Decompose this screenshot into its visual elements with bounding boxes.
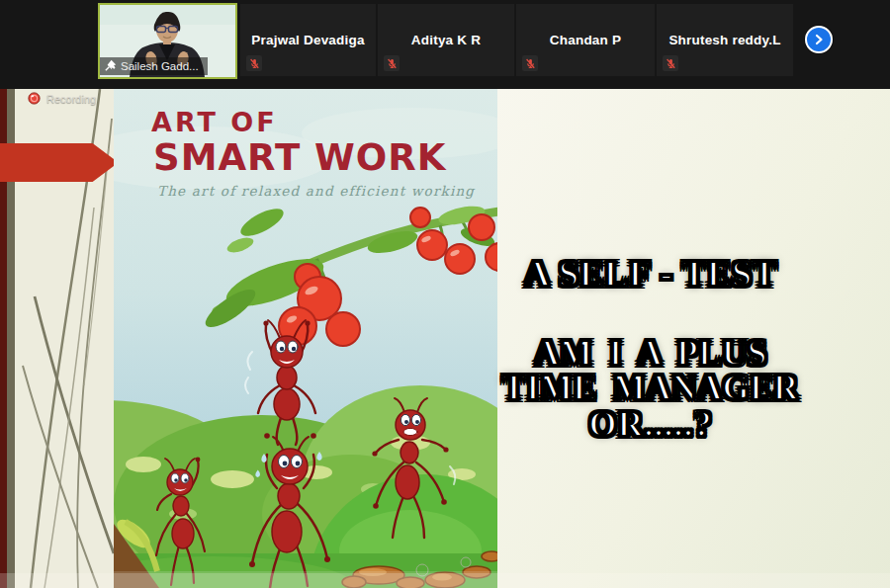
self-test-title: A SELF - TEST [502, 253, 799, 294]
self-test-line2: AM I A PLUS [502, 336, 799, 371]
poster-title-line2: SMART WORK [153, 136, 446, 179]
mic-off-icon [248, 57, 261, 70]
mic-off-chip [663, 55, 678, 71]
participant-tile-chandan-p[interactable]: Chandan P [516, 4, 655, 76]
shared-screen: ART OF SMART WORK The art of relaxed and… [0, 89, 890, 588]
mic-off-chip [246, 55, 262, 71]
poster-subtitle: The art of relaxed and efficient working [157, 183, 475, 199]
recording-dot-icon [28, 92, 41, 105]
bottom-fade-overlay [0, 573, 890, 588]
mic-off-chip [384, 55, 400, 71]
recording-indicator: Recording [28, 92, 96, 105]
chevron-right-icon [813, 34, 825, 45]
participant-name-label: Sailesh Gadd... [100, 57, 208, 75]
mic-off-chip [522, 55, 538, 71]
participant-tile-aditya-k-r[interactable]: Aditya K R [378, 4, 514, 76]
self-test-line3: TIME MANAGER [502, 371, 799, 405]
meeting-window: Sailesh Gadd... Prajwal Devadiga Aditya … [0, 0, 890, 588]
self-test-line4: OR.....? [502, 405, 799, 443]
slide-right-panel: A SELF - TEST AM I A PLUS TIME MANAGER O… [497, 89, 890, 588]
active-participant-name: Sailesh Gadd... [121, 60, 199, 72]
participant-video-tile-sailesh[interactable]: Sailesh Gadd... [98, 3, 237, 79]
mic-off-icon [665, 57, 677, 70]
mic-off-icon [524, 57, 537, 70]
participant-tile-prajwal-devadiga[interactable]: Prajwal Devadiga [240, 4, 376, 76]
recording-label: Recording [46, 93, 96, 105]
participant-tile-shrutesh-reddy[interactable]: Shrutesh reddy.L [657, 4, 793, 76]
self-test-text-block: A SELF - TEST AM I A PLUS TIME MANAGER O… [502, 253, 799, 443]
red-arrow-banner [0, 143, 116, 182]
mic-off-icon [386, 57, 399, 70]
poster-title-line1: ART OF [151, 107, 278, 137]
participants-bar: Sailesh Gadd... Prajwal Devadiga Aditya … [0, 0, 890, 89]
pin-icon [104, 59, 117, 72]
next-participants-button[interactable] [805, 26, 833, 53]
smart-work-poster: ART OF SMART WORK The art of relaxed and… [114, 89, 497, 588]
